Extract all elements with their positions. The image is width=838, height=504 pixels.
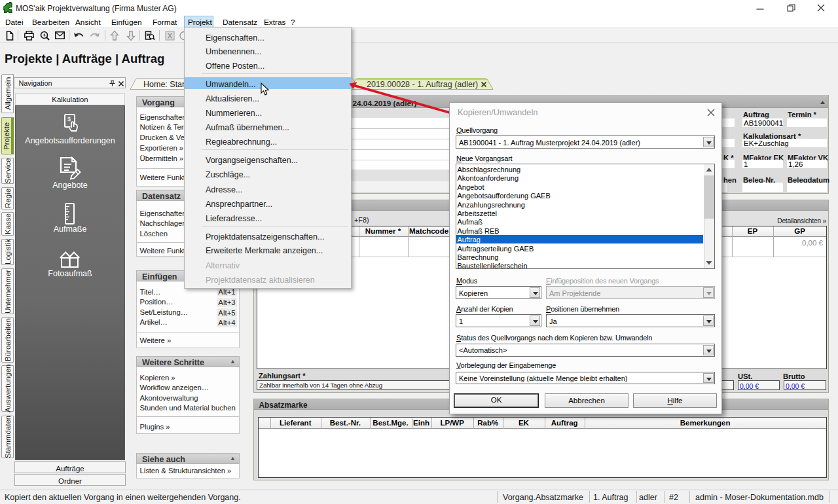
svg-text:$: $ [67, 116, 71, 122]
